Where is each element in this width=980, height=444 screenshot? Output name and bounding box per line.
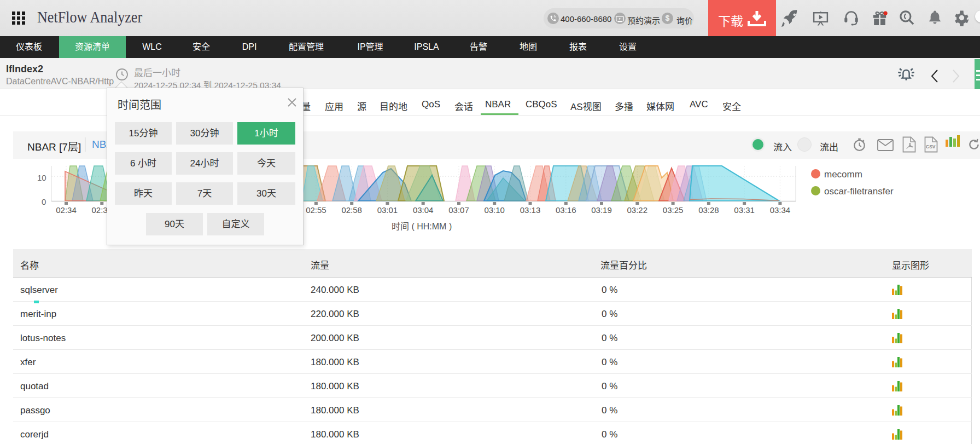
svg-text:03:19: 03:19 (591, 205, 612, 215)
svg-text:02:34: 02:34 (56, 205, 77, 215)
svg-text:03:13: 03:13 (520, 205, 541, 215)
svg-text:03:25: 03:25 (663, 205, 684, 215)
svg-text:03:07: 03:07 (448, 205, 469, 215)
svg-text:03:01: 03:01 (377, 205, 398, 215)
svg-text:03:31: 03:31 (734, 205, 755, 215)
svg-text:03:16: 03:16 (556, 205, 576, 215)
svg-text:03:10: 03:10 (484, 205, 505, 215)
svg-text:03:22: 03:22 (627, 205, 648, 215)
svg-text:03:28: 03:28 (698, 205, 719, 215)
svg-text:03:04: 03:04 (413, 205, 434, 215)
svg-text:02:58: 02:58 (341, 205, 362, 215)
svg-text:CSV: CSV (926, 144, 936, 149)
svg-text:03:34: 03:34 (770, 205, 791, 215)
svg-text:02:55: 02:55 (306, 205, 326, 215)
